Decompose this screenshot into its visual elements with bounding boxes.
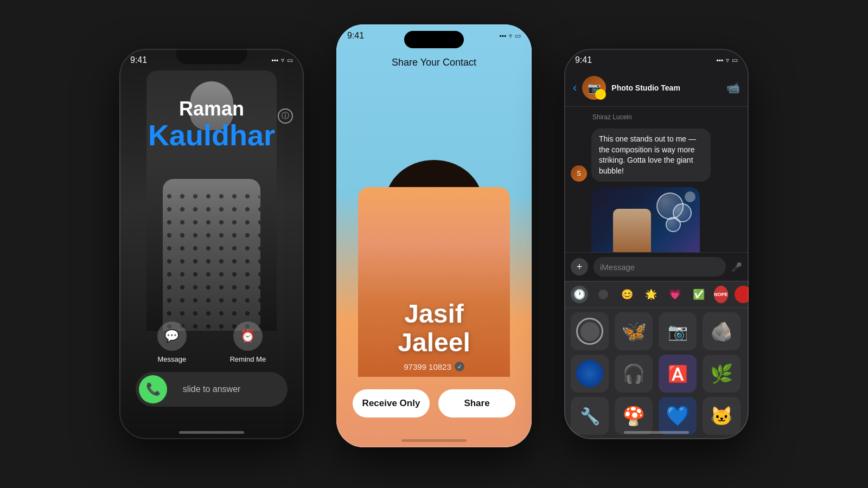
battery-icon: ▭ (287, 56, 293, 64)
caller-name-area: Raman Kauldhar (119, 98, 304, 150)
sender-avatar: S (571, 165, 587, 182)
wifi-icon: ▿ (281, 56, 284, 64)
svg-point-0 (598, 290, 608, 299)
group-info: Photo Studio Team (611, 84, 721, 92)
battery-icon: ▭ (515, 32, 521, 40)
caller-first-name: Raman (119, 98, 304, 120)
share-button[interactable]: Share (438, 389, 515, 418)
phone3-status-icons: ▪▪▪ ▿ ▭ (716, 56, 738, 64)
phone1-status-icons: ▪▪▪ ▿ ▭ (271, 56, 293, 64)
sticker-tabs: 🕐 😊 🌟 💗 ✅ NOPE (564, 281, 749, 308)
phone-number: 97399 10823 (404, 362, 451, 371)
phone3-home-indicator (624, 431, 689, 434)
phone1-notch (176, 49, 247, 64)
lightning-badge: ⚡ (595, 89, 606, 100)
message-row-photo: S ↓ (571, 187, 742, 252)
receive-only-button[interactable]: Receive Only (353, 389, 430, 418)
imessage-input[interactable]: iMessage (593, 257, 726, 277)
sticker-rings[interactable] (571, 312, 609, 350)
sticker-plant[interactable]: 🌿 (703, 355, 741, 393)
video-call-icon[interactable]: 📹 (726, 81, 740, 94)
phone-2-share-contact: 9:41 ▪▪▪ ▿ ▭ Share Your Contact Jasif Ja… (336, 24, 532, 447)
share-buttons: Receive Only Share (353, 389, 515, 418)
photo-inner (591, 187, 700, 252)
wifi-icon: ▿ (509, 32, 512, 40)
mic-icon[interactable]: 🎤 (731, 262, 742, 272)
battery-icon: ▭ (732, 56, 738, 64)
remind-label: Remind Me (230, 355, 266, 363)
phone3-time: 9:41 (575, 55, 592, 65)
message-icon: 💬 (157, 322, 187, 351)
sticker-butterfly[interactable]: 🦋 (615, 312, 653, 350)
ring-inner (580, 322, 599, 341)
contact-name-line2: Jaleel (398, 328, 470, 357)
message-action[interactable]: 💬 Message (157, 322, 187, 363)
sticker-headphones[interactable]: 🎧 (615, 355, 653, 393)
phone-1-incoming-call: 9:41 ▪▪▪ ▿ ▭ ⓘ Raman Kauldhar (119, 49, 304, 439)
phone1-time: 9:41 (130, 55, 147, 65)
share-title: Share Your Contact (336, 57, 532, 68)
add-button[interactable]: + (571, 258, 588, 275)
shirt-pattern (163, 190, 260, 331)
wifi-icon: ▿ (726, 56, 729, 64)
contact-phone: 97399 10823 ✓ (336, 362, 532, 371)
imessage-placeholder: iMessage (600, 262, 635, 272)
sticker-tab-animals[interactable]: 🌟 (642, 286, 660, 303)
answer-button[interactable]: 📞 (139, 375, 167, 403)
contact-name: Jasif Jaleel (336, 300, 532, 357)
verified-badge: ✓ (455, 362, 464, 371)
sticker-panel: 🕐 😊 🌟 💗 ✅ NOPE (564, 281, 749, 439)
signal-icon: ▪▪▪ (716, 56, 723, 64)
back-icon[interactable]: ‹ (573, 81, 577, 95)
info-button[interactable]: ⓘ (278, 108, 293, 124)
sticker-tab-check[interactable]: ✅ (690, 286, 707, 303)
slide-text: slide to answer (167, 384, 284, 394)
sticker-tab-hearts[interactable]: 💗 (666, 286, 684, 303)
bubble-3 (666, 217, 681, 232)
slide-to-answer-bar[interactable]: 📞 slide to answer (136, 372, 288, 407)
phone3-notch (621, 49, 692, 64)
sticker-tab-recent[interactable]: 🕐 (571, 286, 588, 303)
dynamic-island (404, 31, 464, 48)
photo-person (613, 209, 651, 252)
caller-last-name: Kauldhar (119, 120, 304, 150)
phone2-home-indicator (401, 439, 467, 442)
sticker-abc[interactable]: 🅰️ (659, 355, 697, 393)
messages-body: Shiraz Lucein S This one stands out to m… (564, 107, 749, 252)
phone2-status-icons: ▪▪▪ ▿ ▭ (499, 32, 521, 40)
message-row-1: S This one stands out to me — the compos… (571, 129, 742, 182)
sticker-heart-blue[interactable]: 💙 (659, 397, 697, 435)
sticker-tab-red[interactable] (735, 286, 749, 303)
bubble-text: This one stands out to me — the composit… (599, 134, 696, 175)
sticker-cat[interactable]: 🐱 (703, 397, 741, 435)
message-bubble: This one stands out to me — the composit… (591, 129, 711, 182)
signal-icon: ▪▪▪ (271, 56, 278, 64)
imessage-bar: + iMessage 🎤 (564, 252, 749, 281)
sticker-mushroom[interactable]: 🍄 (615, 397, 653, 435)
sticker-tools[interactable]: 🔧 (571, 397, 609, 435)
phone1-home-indicator (179, 431, 244, 434)
blue-blob-shape (576, 360, 603, 387)
person-body (163, 179, 260, 331)
remind-icon: ⏰ (233, 322, 263, 351)
phone2-time: 9:41 (347, 31, 364, 41)
message-label: Message (158, 355, 187, 363)
sticker-grid: 🦋 📷 🪨 🎧 🅰️ 🌿 🔧 🍄 💙 🐱 (564, 308, 749, 439)
sticker-tab-nope[interactable]: NOPE (714, 286, 728, 303)
sticker-tab-smileys[interactable]: 😊 (618, 286, 636, 303)
remind-me-action[interactable]: ⏰ Remind Me (230, 322, 266, 363)
sticker-tab-emoji[interactable] (595, 286, 612, 303)
bubble-4 (685, 191, 695, 202)
phone-3-messages: 9:41 ▪▪▪ ▿ ▭ ‹ 📷 ⚡ Photo Studio Team 📹 (564, 49, 749, 439)
group-name: Photo Studio Team (611, 84, 721, 92)
photo-message[interactable]: ↓ (591, 187, 700, 252)
sticker-blue-blob[interactable] (571, 355, 609, 393)
group-avatar-container: 📷 ⚡ (582, 76, 606, 100)
contact-name-area: Jasif Jaleel 97399 10823 ✓ (336, 300, 532, 371)
call-actions: 💬 Message ⏰ Remind Me (119, 322, 304, 363)
signal-icon: ▪▪▪ (499, 32, 506, 40)
sender-name: Shiraz Lucein (592, 113, 742, 121)
sticker-rock[interactable]: 🪨 (703, 312, 741, 350)
sticker-camera[interactable]: 📷 (659, 312, 697, 350)
rings-shape (576, 318, 603, 345)
